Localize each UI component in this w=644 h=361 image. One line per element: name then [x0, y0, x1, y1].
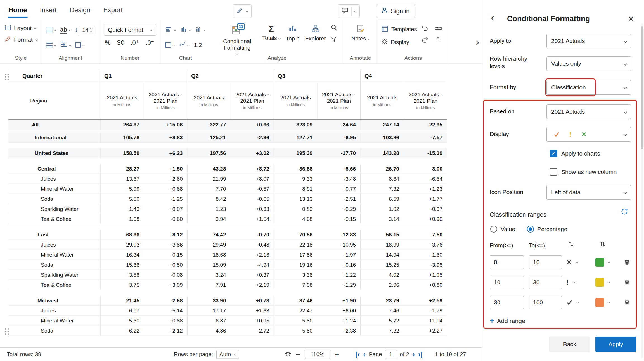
- line-chart-button[interactable]: [179, 41, 189, 49]
- share-button[interactable]: [435, 36, 445, 45]
- column-header[interactable]: 2021 Actualsin Millions: [100, 82, 144, 119]
- vertical-align-button[interactable]: [46, 43, 56, 47]
- chart-area-button[interactable]: [165, 42, 174, 48]
- number-format-button[interactable]: %: [105, 39, 110, 46]
- column-header[interactable]: 2021 Actualsin Millions: [361, 82, 404, 119]
- expand-toolbar-chevron[interactable]: ›: [472, 36, 479, 47]
- number-format-button[interactable]: .0⁻: [146, 39, 154, 46]
- quarter-label[interactable]: Q3: [274, 70, 360, 82]
- back-button[interactable]: Back: [549, 337, 590, 352]
- range-color-dropdown[interactable]: [595, 255, 610, 269]
- search-button[interactable]: [330, 24, 338, 32]
- row-chart-button[interactable]: [165, 26, 176, 34]
- apply-to-dropdown[interactable]: 2021 Actuals: [546, 34, 631, 48]
- range-icon-dropdown[interactable]: [566, 296, 579, 309]
- ruler-button[interactable]: [435, 25, 445, 33]
- quarter-label[interactable]: Q2: [187, 70, 274, 82]
- table-row[interactable]: Juices6.07-5.1417.17+1.6322.47+6.007.46-…: [8, 306, 447, 316]
- table-row[interactable]: East68.36+8.1274.42-0.7070.56-12.8356.15…: [8, 230, 447, 240]
- range-icon-dropdown[interactable]: [566, 255, 578, 269]
- quarter-label[interactable]: Q1: [100, 70, 187, 82]
- undo-button[interactable]: [421, 25, 431, 33]
- table-row[interactable]: Soda15.66+0.5015.09-4.9419.16+0.1615.25-…: [8, 260, 447, 270]
- range-to-input[interactable]: [529, 296, 562, 309]
- table-row[interactable]: Central28.27+1.5043.28+8.7236.88-5.6626.…: [8, 164, 447, 174]
- page-number-input[interactable]: [385, 350, 396, 359]
- tab-export[interactable]: Export: [103, 0, 122, 20]
- filter-button[interactable]: [330, 36, 338, 44]
- range-from-input[interactable]: [490, 296, 524, 309]
- region-field-label[interactable]: Region: [8, 82, 100, 119]
- rows-per-page-dropdown[interactable]: Auto: [216, 350, 239, 359]
- quarter-field-label[interactable]: Quarter: [8, 70, 100, 82]
- format-by-dropdown[interactable]: Classification: [546, 80, 631, 95]
- quarter-label[interactable]: Q4: [361, 70, 447, 82]
- column-header[interactable]: 2021 Actualsin Millions: [274, 82, 317, 119]
- panel-back-chevron[interactable]: ‹: [491, 12, 494, 23]
- table-row[interactable]: United States158.59+6.23197.56+3.02195.3…: [8, 148, 447, 158]
- last-page-button[interactable]: ›|: [418, 351, 422, 358]
- range-from-input[interactable]: [490, 255, 524, 269]
- panel-close-icon[interactable]: ✕: [628, 15, 634, 23]
- radio-percentage[interactable]: Percentage: [527, 226, 567, 233]
- add-comment-button[interactable]: [338, 4, 360, 18]
- table-row[interactable]: Mineral Water5.99+0.687.70-0.578.91+0.77…: [8, 184, 447, 194]
- column-header[interactable]: 2021 Actuals - 2021 Planin Millions: [231, 82, 274, 119]
- drag-handle-icon[interactable]: [5, 74, 6, 75]
- refresh-icon[interactable]: [621, 208, 628, 217]
- table-row[interactable]: Tea & Coffee1.68-0.603.94+1.544.68-0.153…: [8, 214, 447, 224]
- table-row[interactable]: Soda5.50-1.258.42-0.6513.13-2.516.59+1.7…: [8, 194, 447, 204]
- indent-button[interactable]: [60, 41, 71, 49]
- tab-insert[interactable]: Insert: [40, 0, 57, 20]
- range-color-dropdown[interactable]: [595, 276, 610, 289]
- delete-range-button[interactable]: [624, 259, 630, 267]
- table-row[interactable]: Mineral Water16.34-0.1518.68+2.1617.86-1…: [8, 250, 447, 260]
- table-row[interactable]: Mineral Water5.60+0.886.87+0.955.50-1.24…: [8, 316, 447, 326]
- icon-position-dropdown[interactable]: Left of data: [546, 185, 631, 200]
- next-page-button[interactable]: ›: [413, 351, 415, 358]
- apply-button[interactable]: Apply: [595, 337, 636, 352]
- table-row[interactable]: Tea & Coffee3.75+3.997.91+2.197.98-1.292…: [8, 280, 447, 290]
- table-row[interactable]: Sparkling Water1.43+0.071.23+0.330.83-0.…: [8, 204, 447, 214]
- column-header[interactable]: 2021 Actuals - 2021 Planin Millions: [404, 82, 447, 119]
- table-row[interactable]: Juices13.67+2.6021.99+8.079.33-3.488.64-…: [8, 174, 447, 184]
- decimal-places-button[interactable]: 1.2: [194, 42, 202, 48]
- table-row[interactable]: Juices29.03+3.8629.49-0.4822.18-10.9518.…: [8, 240, 447, 250]
- table-row[interactable]: All264.37+15.06322.77+0.66323.09-24.6424…: [8, 120, 447, 130]
- delete-range-button[interactable]: [624, 279, 630, 287]
- tab-home[interactable]: Home: [8, 0, 27, 20]
- panel-scrollbar[interactable]: [641, 23, 643, 358]
- range-from-input[interactable]: [490, 276, 524, 289]
- notes-button[interactable]: Notes: [349, 24, 372, 42]
- zoom-out-button[interactable]: −: [296, 351, 300, 358]
- apply-to-charts-checkbox[interactable]: ✓ Apply to charts: [550, 150, 600, 157]
- text-format-button[interactable]: ab: [60, 26, 71, 34]
- edit-style-button[interactable]: [233, 4, 252, 18]
- explorer-button[interactable]: Explorer: [302, 24, 329, 42]
- column-header[interactable]: 2021 Actuals - 2021 Planin Millions: [144, 82, 187, 119]
- column-chart-button[interactable]: [180, 26, 191, 34]
- table-row[interactable]: Midwest21.45-2.6833.90+0.7337.46+1.9023.…: [8, 296, 447, 306]
- font-size-stepper[interactable]: ↕ 14: [75, 26, 94, 34]
- layout-button[interactable]: Layout: [4, 24, 37, 32]
- display-dropdown[interactable]: !: [546, 127, 631, 142]
- based-on-dropdown[interactable]: 2021 Actuals: [546, 104, 631, 119]
- display-button[interactable]: Display: [381, 38, 417, 46]
- prev-page-button[interactable]: ‹: [363, 351, 365, 358]
- range-to-input[interactable]: [529, 255, 562, 269]
- scrollbar-thumb[interactable]: [641, 26, 643, 149]
- sort-icon[interactable]: [568, 241, 574, 249]
- totals-button[interactable]: Σ Totals: [259, 24, 283, 42]
- combo-chart-button[interactable]: [195, 26, 205, 34]
- sort-icon[interactable]: [599, 241, 606, 249]
- number-format-button[interactable]: $€: [117, 39, 124, 46]
- column-header[interactable]: 2021 Actualsin Millions: [187, 82, 231, 119]
- range-icon-dropdown[interactable]: !: [566, 276, 575, 289]
- zoom-in-button[interactable]: +: [335, 351, 339, 358]
- table-row[interactable]: Sparkling Water3.58-0.083.24+0.373.38+1.…: [8, 270, 447, 280]
- delete-range-button[interactable]: [624, 299, 630, 307]
- zoom-level-input[interactable]: [305, 350, 330, 359]
- redo-button[interactable]: [421, 36, 431, 45]
- number-format-button[interactable]: .0⁺: [131, 39, 139, 46]
- first-page-button[interactable]: |‹: [356, 351, 360, 358]
